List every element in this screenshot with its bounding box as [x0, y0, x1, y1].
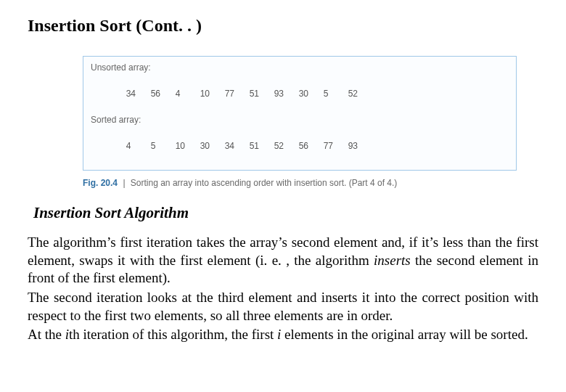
section-heading: Insertion Sort Algorithm [33, 204, 538, 222]
value: 5 [324, 87, 348, 100]
value: 52 [348, 87, 373, 100]
value: 4 [176, 87, 200, 100]
value: 30 [200, 139, 225, 152]
value: 10 [200, 87, 225, 100]
page: Insertion Sort (Cont. . ) Unsorted array… [0, 0, 566, 344]
caption-text: Sorting an array into ascending order wi… [131, 178, 398, 188]
value: 56 [151, 87, 176, 100]
value: 93 [348, 139, 373, 152]
value: 51 [250, 139, 274, 152]
value: 30 [299, 87, 324, 100]
value: 77 [225, 87, 250, 100]
sorted-values: 451030345152567793 [91, 126, 509, 166]
text: th iteration of this algorithm, the firs… [69, 327, 277, 342]
text: At the [28, 327, 65, 342]
value: 93 [274, 87, 299, 100]
caption-label: Fig. 20.4 [83, 178, 118, 188]
code-output-box: Unsorted array: 345641077519330552 Sorte… [83, 56, 517, 171]
sorted-label: Sorted array: [91, 113, 509, 126]
paragraph: At the ith iteration of this algorithm, … [28, 326, 538, 344]
figure: Unsorted array: 345641077519330552 Sorte… [83, 56, 517, 189]
value: 34 [225, 139, 250, 152]
figure-caption: Fig. 20.4 | Sorting an array into ascend… [83, 176, 517, 189]
value: 34 [126, 87, 151, 100]
value: 4 [126, 139, 151, 152]
body-text: The algorithm’s first iteration takes th… [28, 234, 538, 344]
text: elements in the original array will be s… [281, 327, 528, 342]
caption-separator: | [123, 178, 125, 188]
emphasis: inserts [374, 253, 411, 268]
unsorted-values: 345641077519330552 [91, 74, 509, 113]
unsorted-label: Unsorted array: [91, 61, 509, 74]
value: 10 [176, 139, 200, 152]
value: 51 [250, 87, 274, 100]
paragraph: The algorithm’s first iteration takes th… [28, 234, 538, 287]
value: 56 [299, 139, 324, 152]
page-title: Insertion Sort (Cont. . ) [28, 16, 538, 36]
value: 77 [324, 139, 348, 152]
value: 5 [151, 139, 176, 152]
paragraph: The second iteration looks at the third … [28, 289, 538, 324]
value: 52 [274, 139, 299, 152]
